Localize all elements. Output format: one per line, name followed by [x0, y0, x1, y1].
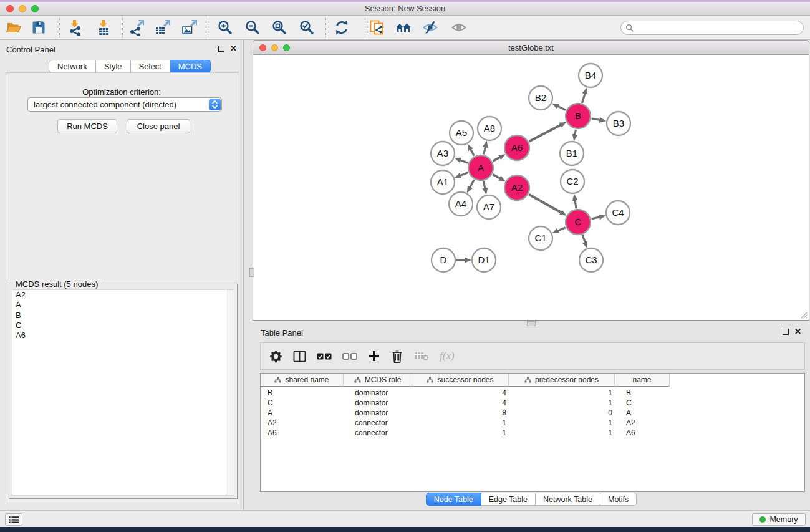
resize-grip-icon[interactable] — [800, 311, 808, 319]
edge-B-B3[interactable] — [592, 118, 601, 120]
result-item[interactable]: A6 — [12, 331, 234, 341]
edge-A-A1[interactable] — [460, 173, 468, 176]
save-session-icon[interactable] — [31, 19, 47, 36]
network-from-selection-icon[interactable] — [369, 19, 385, 36]
node-A6[interactable]: A6 — [504, 135, 529, 160]
table-row[interactable]: Cdominator41C — [261, 398, 804, 408]
edge-C-C3[interactable] — [582, 235, 585, 243]
import-network-icon[interactable] — [67, 19, 83, 36]
settings-gear-icon[interactable] — [269, 350, 282, 363]
search-input[interactable] — [637, 24, 793, 32]
node-B1[interactable]: B1 — [560, 142, 584, 165]
close-panel-icon[interactable]: ✕ — [230, 46, 237, 52]
export-table-icon[interactable] — [155, 19, 171, 36]
node-D1[interactable]: D1 — [472, 248, 496, 272]
column-header-shared-name[interactable]: shared name — [261, 374, 344, 387]
table-row[interactable]: A2connector11A2 — [261, 418, 804, 428]
select-all-checkboxes-icon[interactable] — [317, 353, 332, 360]
export-image-icon[interactable] — [181, 19, 198, 36]
hide-selected-icon[interactable] — [422, 19, 438, 36]
edge-A-A8[interactable] — [484, 146, 486, 154]
node-A2[interactable]: A2 — [504, 175, 529, 200]
edge-A-A4[interactable] — [470, 180, 474, 188]
result-item[interactable]: A2 — [12, 290, 234, 300]
show-selected-icon[interactable] — [451, 19, 467, 36]
node-A8[interactable]: A8 — [478, 117, 501, 140]
column-header-predecessor-nodes[interactable]: predecessor nodes — [509, 374, 615, 387]
edge-B-B1[interactable] — [575, 130, 576, 136]
node-B4[interactable]: B4 — [579, 64, 602, 87]
edge-A-A2[interactable] — [493, 175, 500, 179]
edge-A-A7[interactable] — [483, 181, 485, 190]
run-mcds-button[interactable]: Run MCDS — [57, 119, 117, 133]
zoom-selected-icon[interactable] — [299, 19, 315, 36]
edge-C-C4[interactable] — [591, 217, 600, 219]
edge-A-A6[interactable] — [493, 157, 500, 161]
clear-all-checkboxes-icon[interactable] — [342, 353, 357, 360]
delete-table-icon[interactable] — [414, 351, 429, 361]
import-table-icon[interactable] — [95, 19, 112, 36]
edge-B-B4[interactable] — [582, 93, 585, 103]
float-panel-icon[interactable] — [783, 329, 789, 335]
tab-mcds[interactable]: MCDS — [170, 60, 211, 73]
tab-network[interactable]: Network — [49, 60, 96, 73]
columns-layout-icon[interactable] — [293, 351, 306, 362]
table-row[interactable]: A6connector11A6 — [261, 428, 804, 438]
node-C4[interactable]: C4 — [606, 201, 630, 225]
node-C3[interactable]: C3 — [579, 248, 603, 272]
tab-node-table[interactable]: Node Table — [426, 493, 481, 506]
home-icon[interactable] — [395, 19, 412, 36]
node-C1[interactable]: C1 — [529, 226, 552, 250]
edge-B-B2[interactable] — [557, 106, 566, 110]
edge-A-A3[interactable] — [460, 160, 468, 163]
table-row[interactable]: Adominator80A — [261, 408, 804, 418]
node-B2[interactable]: B2 — [529, 86, 552, 110]
open-file-icon[interactable] — [6, 19, 22, 36]
tab-style[interactable]: Style — [96, 60, 131, 73]
delete-column-icon[interactable] — [391, 349, 403, 363]
task-history-button[interactable] — [5, 513, 22, 526]
edge-A6-B[interactable] — [529, 125, 562, 142]
node-C[interactable]: C — [566, 210, 591, 235]
float-panel-icon[interactable] — [218, 46, 224, 52]
network-window-titlebar[interactable]: testGlobe.txt — [253, 40, 809, 55]
vertical-splitter-handle[interactable] — [249, 268, 254, 277]
column-header-mcds-role[interactable]: MCDS role — [344, 374, 412, 387]
result-item[interactable]: B — [12, 311, 234, 321]
node-A[interactable]: A — [468, 155, 493, 180]
result-item[interactable]: A — [12, 300, 234, 310]
network-canvas[interactable]: AA1A2A3A4A5A6A7A8BB1B2B3B4CC1C2C3C4DD1 — [253, 55, 809, 321]
tab-motifs[interactable]: Motifs — [600, 493, 637, 506]
node-A5[interactable]: A5 — [450, 121, 473, 145]
node-A7[interactable]: A7 — [477, 195, 501, 219]
close-panel-icon[interactable]: ✕ — [794, 329, 801, 335]
refresh-icon[interactable] — [334, 19, 350, 36]
result-item[interactable]: C — [12, 321, 234, 331]
node-D[interactable]: D — [432, 248, 455, 272]
add-column-icon[interactable] — [368, 350, 380, 362]
edge-C-C2[interactable] — [575, 200, 576, 208]
result-list-scrollbar[interactable] — [226, 290, 234, 495]
column-header-name[interactable]: name — [615, 374, 670, 387]
node-C2[interactable]: C2 — [561, 170, 584, 193]
search-field[interactable] — [620, 21, 804, 35]
memory-button[interactable]: Memory — [752, 513, 806, 526]
node-A1[interactable]: A1 — [431, 170, 455, 194]
close-panel-button[interactable]: Close panel — [127, 119, 190, 133]
criterion-select[interactable]: largest connected component (directed) — [27, 97, 222, 112]
zoom-out-icon[interactable] — [244, 19, 261, 36]
node-B[interactable]: B — [566, 104, 591, 128]
node-A3[interactable]: A3 — [431, 142, 455, 165]
edge-A-A5[interactable] — [470, 148, 474, 155]
zoom-fit-icon[interactable] — [271, 19, 287, 36]
edge-C-C1[interactable] — [557, 228, 566, 231]
column-header-successor-nodes[interactable]: successor nodes — [412, 374, 509, 387]
node-B3[interactable]: B3 — [607, 112, 630, 135]
table-row[interactable]: Bdominator41B — [261, 388, 804, 398]
tab-select[interactable]: Select — [131, 60, 170, 73]
zoom-in-icon[interactable] — [217, 19, 233, 36]
function-builder-icon[interactable]: f(x) — [440, 350, 455, 362]
edge-A2-C[interactable] — [529, 195, 562, 213]
tab-network-table[interactable]: Network Table — [536, 493, 600, 506]
export-network-icon[interactable] — [128, 19, 145, 36]
